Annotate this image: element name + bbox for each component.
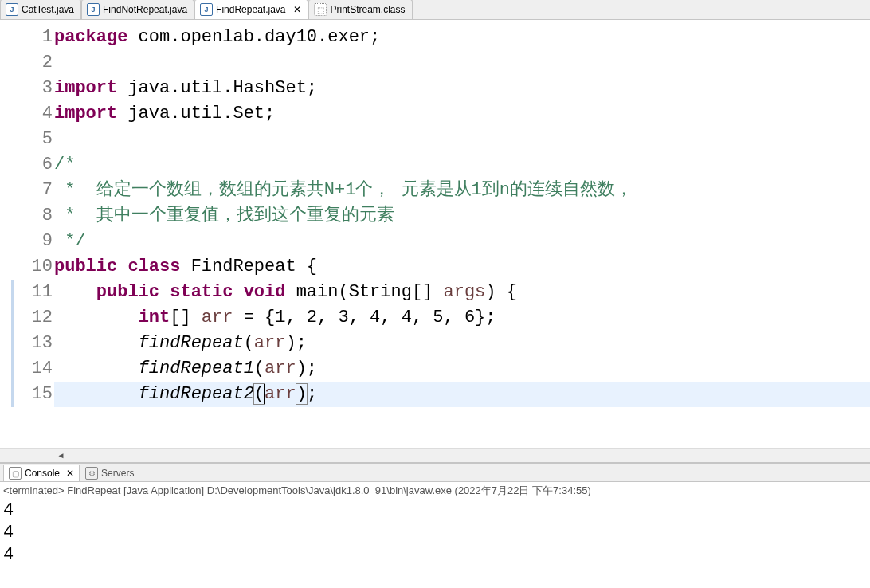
java-file-icon: J <box>87 3 100 16</box>
code-line[interactable]: * 其中一个重复值，找到这个重复的元素 <box>54 203 870 229</box>
tab-label: FindRepeat.java <box>216 4 285 15</box>
line-number: 14 <box>14 356 54 382</box>
code-line[interactable]: findRepeat2(arr); <box>54 382 870 407</box>
java-file-icon: J <box>200 3 213 16</box>
editor-tabbar: JCatTest.javaJFindNotRepeat.javaJFindRep… <box>0 0 870 20</box>
console-tab[interactable]: ⚙Servers <box>80 465 139 481</box>
line-number: 13 <box>14 331 54 356</box>
tab-label: FindNotRepeat.java <box>103 4 187 15</box>
code-line[interactable] <box>54 127 870 152</box>
console-tabbar: ▢Console✕⚙Servers <box>0 464 870 482</box>
console-tab-label: Console <box>25 468 60 479</box>
code-line[interactable]: import java.util.HashSet; <box>54 76 870 101</box>
line-number: 7 <box>14 178 54 203</box>
code-line[interactable]: public class FindRepeat { <box>54 254 870 280</box>
code-line[interactable]: * 给定一个数组，数组的元素共N+1个， 元素是从1到n的连续自然数， <box>54 178 870 203</box>
scroll-left-icon[interactable]: ◄ <box>54 449 68 462</box>
class-file-icon: ⬚ <box>314 3 327 16</box>
line-number-gutter: 123456789101112131415 <box>14 20 54 448</box>
line-number: 2 <box>14 50 54 76</box>
line-number: 3 <box>14 76 54 101</box>
code-line[interactable]: /* <box>54 152 870 178</box>
editor-hscrollbar[interactable]: ◄ <box>0 448 870 462</box>
close-icon[interactable]: ✕ <box>66 468 74 479</box>
console-tab[interactable]: ▢Console✕ <box>3 465 80 481</box>
change-marker <box>11 305 14 331</box>
console-output-line: 4 <box>3 522 867 544</box>
code-line[interactable]: findRepeat(arr); <box>54 331 870 356</box>
code-line[interactable] <box>54 50 870 76</box>
java-file-icon: J <box>6 3 18 16</box>
console-output-line: 4 <box>3 500 867 522</box>
line-number: 1 <box>14 25 54 50</box>
change-marker <box>11 280 14 305</box>
editor-tab[interactable]: JFindNotRepeat.java <box>81 0 194 19</box>
line-number: 8 <box>14 203 54 229</box>
code-line[interactable]: findRepeat1(arr); <box>54 356 870 382</box>
code-line[interactable]: int[] arr = {1, 2, 3, 4, 4, 5, 6}; <box>54 305 870 331</box>
line-number: 4 <box>14 101 54 127</box>
code-line[interactable]: */ <box>54 229 870 254</box>
ide-window: JCatTest.javaJFindNotRepeat.javaJFindRep… <box>0 0 870 588</box>
editor-container: 123456789101112131415 package com.openla… <box>0 20 870 448</box>
code-line[interactable]: import java.util.Set; <box>54 101 870 127</box>
code-area[interactable]: package com.openlab.day10.exer;import ja… <box>54 20 870 448</box>
change-marker <box>11 331 14 356</box>
console-icon: ▢ <box>9 467 22 480</box>
servers-icon: ⚙ <box>85 467 98 480</box>
change-marker <box>11 382 14 407</box>
editor-tab[interactable]: JFindRepeat.java✕ <box>194 0 308 19</box>
console-output: 444 <box>0 500 870 588</box>
tab-label: CatTest.java <box>22 4 74 15</box>
change-marker <box>11 356 14 382</box>
line-number: 15 <box>14 382 54 407</box>
line-number: 9 <box>14 229 54 254</box>
editor-left-strip <box>0 20 14 448</box>
tab-label: PrintStream.class <box>330 4 405 15</box>
console-run-status: <terminated> FindRepeat [Java Applicatio… <box>0 482 870 500</box>
line-number: 6 <box>14 152 54 178</box>
console-tab-label: Servers <box>101 468 134 479</box>
code-line[interactable]: package com.openlab.day10.exer; <box>54 25 870 50</box>
close-icon[interactable]: ✕ <box>293 4 301 15</box>
editor-tab[interactable]: JCatTest.java <box>0 0 81 19</box>
console-panel: ▢Console✕⚙Servers <terminated> FindRepea… <box>0 462 870 588</box>
line-number: 10 <box>14 254 54 280</box>
line-number: 12 <box>14 305 54 331</box>
code-line[interactable]: public static void main(String[] args) { <box>54 280 870 305</box>
editor-tab[interactable]: ⬚PrintStream.class <box>308 0 412 19</box>
line-number: 11 <box>14 280 54 305</box>
console-output-line: 4 <box>3 544 867 566</box>
line-number: 5 <box>14 127 54 152</box>
